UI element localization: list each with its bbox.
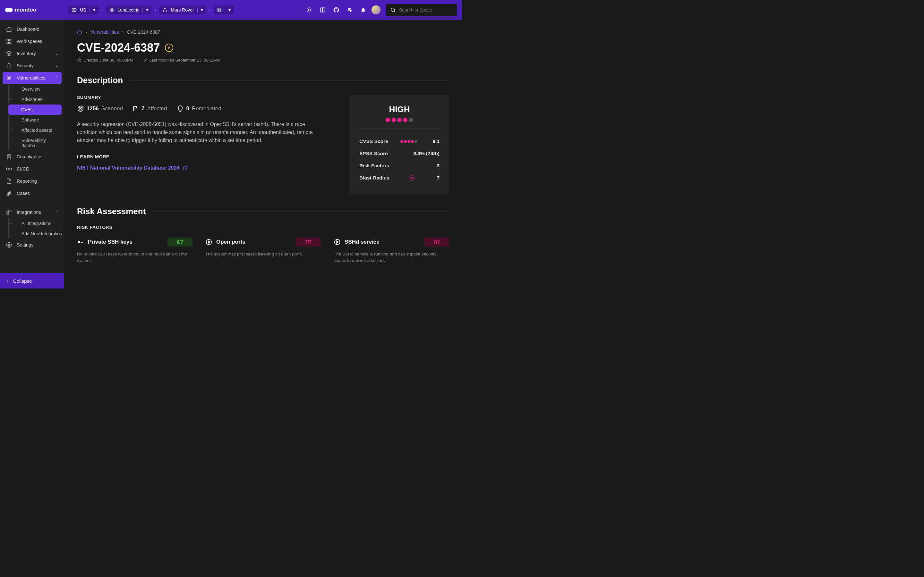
user-avatar[interactable] bbox=[372, 5, 381, 15]
github-icon[interactable] bbox=[331, 5, 341, 15]
nav-label: Compliance bbox=[17, 154, 41, 159]
nav-vuln-overview[interactable]: Overview bbox=[8, 84, 64, 94]
nav-vuln-advisories[interactable]: Advisories bbox=[8, 94, 64, 105]
nav-label: Workspaces bbox=[17, 39, 42, 44]
nav-vuln-cves[interactable]: CVEs bbox=[8, 105, 61, 115]
theme-toggle[interactable] bbox=[304, 5, 314, 15]
document-icon bbox=[6, 178, 12, 184]
svg-point-17 bbox=[8, 77, 10, 79]
nav-vulnerabilities[interactable]: Vulnerabilities ⌃ bbox=[3, 72, 61, 84]
nav-cicd[interactable]: CI/CD bbox=[0, 163, 64, 175]
chevron-down-icon: ▾ bbox=[201, 7, 203, 13]
region-label: US bbox=[80, 7, 86, 13]
svg-rect-8 bbox=[218, 10, 219, 11]
nav-label: Dashboard bbox=[17, 27, 39, 32]
stat-remediated: 0Remediated bbox=[177, 105, 221, 112]
scope-region[interactable]: US ▾ bbox=[68, 5, 98, 15]
nav-integrations[interactable]: Integrations ⌃ bbox=[0, 206, 64, 218]
nav-vuln-software[interactable]: Software bbox=[8, 115, 64, 125]
score-card: HIGH CVSS Score 8.1 EPSS Score 0.4% (74t… bbox=[350, 95, 449, 193]
logo-mark-icon bbox=[5, 8, 13, 12]
org-label: Lunalectric bbox=[118, 7, 140, 13]
globe-icon bbox=[71, 7, 77, 13]
shield-icon bbox=[6, 63, 12, 69]
created-meta: Created June 30, 05:00PM bbox=[77, 58, 133, 63]
risk-badge: 0/7 bbox=[168, 237, 192, 247]
svg-point-1 bbox=[110, 8, 111, 10]
home-icon[interactable] bbox=[77, 29, 82, 35]
breadcrumb: › Vulnerabilities › CVE-2024-6387 bbox=[77, 26, 449, 41]
section-risk-assessment: Risk Assessment bbox=[77, 206, 449, 216]
nav-workspaces[interactable]: Workspaces bbox=[0, 35, 64, 47]
nav-label: Settings bbox=[17, 242, 33, 247]
svg-point-22 bbox=[8, 244, 10, 246]
risk-card-sshd: SSHd service 7/7 The SSHd service is run… bbox=[334, 237, 449, 264]
play-circle-icon bbox=[205, 239, 212, 245]
nav-cases[interactable]: Cases bbox=[0, 187, 64, 199]
collapse-sidebar[interactable]: ‹ Collapse bbox=[0, 273, 64, 288]
svg-point-27 bbox=[78, 241, 80, 243]
grid-icon bbox=[217, 8, 222, 12]
play-badge-icon[interactable] bbox=[165, 44, 173, 52]
svg-point-26 bbox=[80, 108, 81, 109]
nodes-icon bbox=[162, 7, 168, 13]
scope-org[interactable]: Lunalectric ▾ bbox=[106, 5, 152, 15]
breadcrumb-current: CVE-2024-6387 bbox=[127, 29, 160, 35]
svg-rect-14 bbox=[7, 42, 8, 44]
risk-factors-row: Risk Factors 3 bbox=[359, 160, 439, 172]
breadcrumb-vulnerabilities[interactable]: Vulnerabilities bbox=[90, 29, 119, 35]
nav-inventory[interactable]: Inventory ⌄ bbox=[0, 47, 64, 60]
risk-factors-label: RISK FACTORS bbox=[77, 225, 449, 230]
svg-point-10 bbox=[309, 9, 310, 11]
scope-separator: › bbox=[102, 8, 103, 12]
grid-icon bbox=[6, 38, 12, 45]
search-icon bbox=[390, 7, 396, 13]
radar-icon bbox=[409, 175, 415, 181]
nav-vuln-database[interactable]: Vulnerability databa... bbox=[8, 135, 64, 151]
nav-label: Inventory bbox=[17, 51, 36, 56]
nav-integrations-add[interactable]: Add New Integration bbox=[8, 229, 64, 239]
section-description: Description bbox=[77, 75, 449, 85]
svg-rect-20 bbox=[9, 210, 11, 212]
nav-settings[interactable]: Settings bbox=[0, 239, 64, 251]
svg-rect-12 bbox=[7, 39, 8, 41]
cvss-row: CVSS Score 8.1 bbox=[359, 135, 439, 147]
nav-integrations-all[interactable]: All Integrations bbox=[8, 218, 64, 229]
people-icon bbox=[110, 7, 115, 13]
svg-point-11 bbox=[391, 8, 395, 11]
svg-point-2 bbox=[112, 8, 113, 10]
scope-workspace[interactable]: ▾ bbox=[214, 5, 234, 15]
nav-compliance[interactable]: Compliance bbox=[0, 151, 64, 163]
nav-security[interactable]: Security ⌄ bbox=[0, 60, 64, 72]
stat-affected: 7Affected bbox=[132, 105, 167, 112]
learn-more-label: LEARN MORE bbox=[77, 154, 337, 159]
brand-name: mondoo bbox=[15, 7, 36, 13]
play-circle-icon bbox=[334, 239, 341, 245]
severity-label: HIGH bbox=[359, 105, 439, 114]
svg-rect-6 bbox=[218, 8, 219, 10]
svg-point-5 bbox=[166, 10, 167, 11]
slack-icon[interactable] bbox=[344, 5, 355, 15]
chevron-down-icon: ⌄ bbox=[55, 51, 58, 56]
nav-reporting[interactable]: Reporting bbox=[0, 175, 64, 187]
nav-dashboard[interactable]: Dashboard bbox=[0, 23, 64, 35]
docs-icon[interactable] bbox=[318, 5, 328, 15]
notifications-icon[interactable] bbox=[358, 5, 368, 15]
chevron-down-icon: ▾ bbox=[228, 7, 231, 13]
svg-point-4 bbox=[163, 10, 164, 11]
nav-vuln-affected[interactable]: Affected assets bbox=[8, 125, 64, 135]
scope-space[interactable]: Mars Rover ▾ bbox=[159, 5, 206, 15]
blast-radius-row: Blast Radius 7 bbox=[359, 172, 439, 184]
bug-icon bbox=[6, 75, 12, 81]
risk-badge: 7/7 bbox=[296, 237, 321, 247]
search-input[interactable] bbox=[399, 7, 453, 13]
global-search[interactable] bbox=[386, 4, 457, 16]
scope-separator: › bbox=[155, 8, 156, 12]
nist-link[interactable]: NIST National Vulnerability Database 202… bbox=[77, 165, 337, 171]
brand-logo[interactable]: mondoo bbox=[5, 7, 36, 13]
space-label: Mars Rover bbox=[171, 7, 194, 13]
svg-rect-21 bbox=[7, 213, 9, 214]
chevron-left-icon: ‹ bbox=[6, 278, 8, 284]
layers-icon bbox=[6, 50, 12, 57]
chevron-up-icon: ⌃ bbox=[55, 210, 58, 214]
